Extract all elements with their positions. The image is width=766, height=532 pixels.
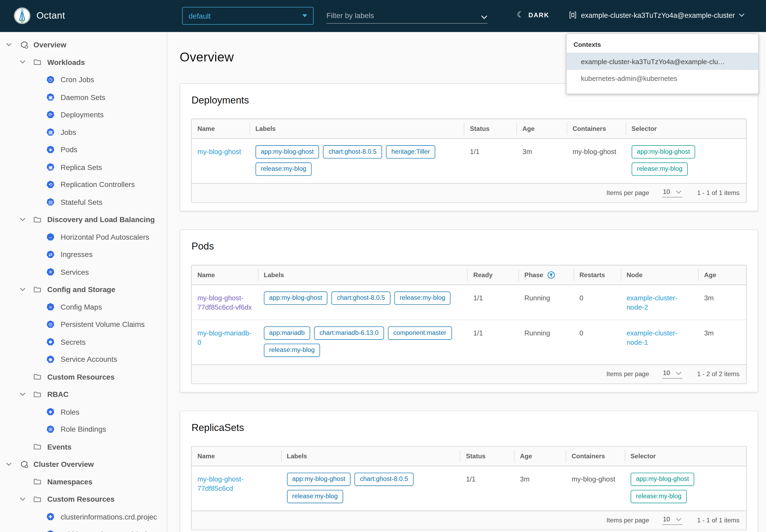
sidebar-item-overview[interactable]: Overview [0, 36, 167, 53]
table-cell: Running [518, 320, 573, 364]
chevron-down-icon[interactable] [20, 392, 28, 396]
table-header-row: NameLabelsStatusAgeContainersSelector [191, 119, 746, 139]
column-header-label: Status [466, 452, 486, 460]
column-header-age: Age [517, 119, 567, 138]
column-header-labels: Labels [258, 265, 467, 284]
sidebar-item-events[interactable]: Events [0, 438, 167, 455]
sidebar-item-persistent-volume-claims[interactable]: ◎Persistent Volume Claims [0, 315, 167, 333]
cell-value: my-blog-ghost [572, 475, 615, 484]
column-header-node: Node [621, 265, 698, 284]
services-icon: ✳ [46, 268, 55, 276]
theme-toggle-button[interactable]: ☾ DARK [517, 11, 549, 19]
chevron-down-icon[interactable] [20, 497, 28, 501]
section-title-deployments: Deployments [191, 94, 747, 106]
sidebar-item-custom-resources[interactable]: Custom Resources [0, 491, 167, 508]
sidebar-item-config-maps[interactable]: ≡Config Maps [0, 298, 167, 316]
octant-logo [14, 7, 31, 24]
theme-toggle-label: DARK [528, 11, 549, 19]
context-menu-item-example-cluster-ka3tutzyo4a-example-clu[interactable]: example-cluster-ka3TuTzYo4a@example-clu… [567, 53, 758, 70]
sidebar-item-namespaces[interactable]: Namespaces [0, 473, 167, 491]
sidebar-item-deployments[interactable]: ⟳Deployments [0, 106, 167, 123]
sidebar-item-label: clusterinformations.crd.projec [61, 512, 157, 521]
link-my-blog-ghost[interactable]: my-blog-ghost [197, 147, 241, 156]
column-header-label: Name [197, 452, 215, 460]
namespace-select[interactable]: default [182, 7, 314, 25]
items-per-page-select[interactable]: 10 [662, 188, 682, 198]
sidebar-item-csidrivers-csi-storage-k8s-io[interactable]: ✚csidrivers.csi.storage.k8s.io [0, 525, 167, 532]
card-replicasets: ReplicaSetsNameLabelsStatusAgeContainers… [180, 410, 758, 532]
sidebar-item-label: csidrivers.csi.storage.k8s.io [61, 530, 151, 532]
label-pill: chart:ghost-8.0.5 [323, 145, 382, 159]
chevron-down-icon[interactable] [20, 60, 28, 64]
chevron-down-icon[interactable] [6, 462, 14, 466]
filter-icon[interactable] [548, 271, 555, 279]
column-header-label: Name [197, 271, 215, 279]
chevron-down-icon [676, 188, 681, 196]
label-pill: app:my-blog-ghost [631, 145, 695, 159]
sidebar-item-services[interactable]: ✳Services [0, 263, 167, 281]
card-pods: PodsNameLabelsReadyPhaseRestartsNodeAgem… [180, 229, 758, 392]
link-my-blog-mariadb-0[interactable]: my-blog-mariadb-0 [197, 328, 252, 347]
link-example-cluster-node-1[interactable]: example-cluster-node-1 [627, 328, 692, 347]
column-header-label: Node [627, 271, 643, 279]
chevron-down-icon[interactable] [20, 218, 28, 222]
items-per-page-label: Items per page [606, 189, 649, 197]
column-header-selector: Selector [626, 119, 746, 138]
link-my-blog-ghost-77df85c6cd[interactable]: my-blog-ghost-77df85c6cd [197, 475, 275, 493]
sidebar-item-rbac[interactable]: RBAC [0, 385, 167, 403]
label-pill: chart:ghost-8.0.5 [355, 472, 413, 486]
sidebar-item-label: Config Maps [61, 303, 102, 311]
sidebar-item-label: Workloads [47, 58, 85, 66]
label-filter-input[interactable] [326, 11, 481, 23]
sidebar-item-role-bindings[interactable]: ⊞Role Bindings [0, 421, 167, 438]
sidebar-item-roles[interactable]: ❖Roles [0, 403, 167, 421]
column-header-labels: Labels [281, 446, 460, 465]
sidebar-item-stateful-sets[interactable]: ▤Stateful Sets [0, 193, 167, 211]
table-footer: Items per page101 - 2 of 2 items [191, 364, 746, 383]
chevron-down-icon[interactable] [20, 288, 28, 292]
table-cell: 3m [514, 466, 566, 510]
table-cell: app:my-blog-ghostrelease:my-blog [625, 466, 746, 510]
sidebar-item-secrets[interactable]: ✱Secrets [0, 333, 167, 351]
sidebar-item-replication-controllers[interactable]: ⟲Replication Controllers [0, 176, 167, 193]
sidebar-item-cron-jobs[interactable]: ◷Cron Jobs [0, 71, 167, 89]
sidebar-item-horizontal-pod-autoscalers[interactable]: ⇔Horizontal Pod Autoscalers [0, 228, 167, 246]
column-header-status: Status [460, 446, 514, 465]
sidebar-item-pods[interactable]: ◈Pods [0, 141, 167, 158]
sidebar-item-workloads[interactable]: Workloads [0, 53, 167, 71]
items-per-page-select[interactable]: 10 [662, 369, 682, 379]
sidebar-item-label: Config and Storage [47, 285, 115, 293]
label-pill: component:master [388, 326, 452, 340]
cell-value: 1/1 [473, 328, 483, 338]
sidebar-item-discovery-and-load-balancing[interactable]: Discovery and Load Balancing [0, 211, 167, 228]
context-menu-item-kubernetes-admin-kubernetes[interactable]: kubernetes-admin@kubernetes [567, 70, 758, 87]
link-my-blog-ghost-77df85c6cd-vf6dx[interactable]: my-blog-ghost-77df85c6cd-vf6dx [197, 293, 252, 312]
chevron-down-icon[interactable] [6, 43, 14, 47]
context-selector-button[interactable]: example-cluster-ka3TuTzYo4a@example-clus… [569, 11, 744, 19]
sidebar-item-service-accounts[interactable]: ◉Service Accounts [0, 351, 167, 368]
folder-icon [34, 59, 42, 66]
link-example-cluster-node-2[interactable]: example-cluster-node-2 [627, 293, 692, 312]
contexts-dropdown-title: Contexts [567, 40, 758, 53]
chevron-down-icon[interactable] [481, 15, 487, 23]
column-header-selector: Selector [625, 446, 746, 465]
table-cell: 1/1 [460, 466, 514, 510]
sidebar-item-config-and-storage[interactable]: Config and Storage [0, 281, 167, 298]
sidebar-item-clusterinformations-crd-projec[interactable]: ✚clusterinformations.crd.projec [0, 508, 167, 525]
sidebar-item-replica-sets[interactable]: ▣Replica Sets [0, 158, 167, 176]
sidebar-item-custom-resources[interactable]: Custom Resources [0, 368, 167, 386]
sidebar-item-label: Secrets [61, 338, 86, 346]
sidebar-item-daemon-sets[interactable]: ▣Daemon Sets [0, 88, 167, 106]
table-cell: 0 [573, 320, 621, 364]
sidebar-item-jobs[interactable]: ▦Jobs [0, 123, 167, 141]
folder-icon [34, 216, 42, 223]
items-per-page-select[interactable]: 10 [662, 516, 682, 525]
column-header-containers: Containers [567, 119, 626, 138]
column-header-name: Name [191, 446, 281, 465]
section-title-pods: Pods [191, 241, 747, 252]
table-row: my-blog-mariadb-0app:mariadbchart:mariad… [191, 319, 746, 364]
sidebar-item-ingresses[interactable]: ⇄Ingresses [0, 246, 167, 263]
table-cell: my-blog-mariadb-0 [191, 320, 258, 364]
sidebar-item-cluster-overview[interactable]: Cluster Overview [0, 455, 167, 473]
pagination-range: 1 - 2 of 2 items [697, 370, 739, 378]
